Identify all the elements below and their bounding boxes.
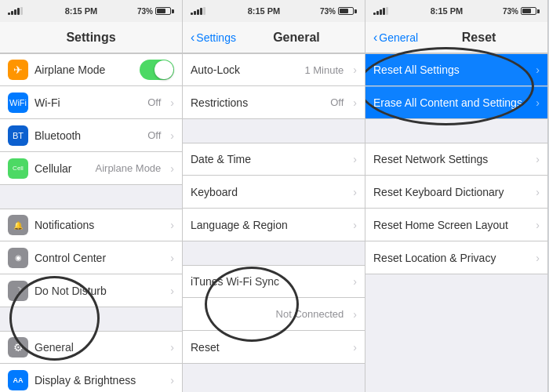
reset-location-label: Reset Location & Privacy: [373, 252, 529, 264]
signal-left-1: [8, 7, 31, 15]
reset-home-screen-label: Reset Home Screen Layout: [373, 219, 529, 231]
cellular-icon: Cell: [8, 158, 28, 179]
item-itunes-sync[interactable]: iTunes Wi-Fi Sync ›: [183, 265, 365, 298]
status-right-3: 73%: [496, 7, 540, 16]
battery-icon-3: [521, 7, 540, 15]
reset-label: Reset: [191, 341, 347, 354]
item-bluetooth[interactable]: BT Bluetooth Off ›: [0, 119, 182, 152]
notifications-chevron: ›: [170, 219, 174, 231]
item-wifi[interactable]: WiFi Wi-Fi Off ›: [0, 86, 182, 119]
item-general[interactable]: ⚙ General ›: [0, 331, 182, 364]
reset-all-settings-label: Reset All Settings: [373, 64, 529, 76]
item-reset-all-settings[interactable]: Reset All Settings ›: [365, 53, 547, 86]
date-time-chevron: ›: [353, 153, 357, 165]
section-group-2-3: iTunes Wi-Fi Sync › Not Connected › Rese…: [183, 265, 365, 364]
item-keyboard[interactable]: Keyboard ›: [183, 176, 365, 209]
section-group-3-2: Reset Network Settings › Reset Keyboard …: [365, 143, 547, 274]
not-connected-value: Not Connected: [276, 308, 344, 320]
settings-panel: 8:15 PM 73% Settings ✈ Airplane Mode WiF…: [0, 0, 183, 392]
item-not-connected[interactable]: Not Connected ›: [183, 298, 365, 331]
keyboard-chevron: ›: [353, 186, 357, 198]
nav-back-2[interactable]: ‹ Settings: [191, 31, 236, 45]
bluetooth-chevron: ›: [170, 129, 174, 142]
battery-icon-1: [155, 7, 174, 15]
item-restrictions[interactable]: Restrictions Off ›: [183, 86, 365, 119]
item-reset-location[interactable]: Reset Location & Privacy ›: [365, 241, 547, 274]
itunes-sync-label: iTunes Wi-Fi Sync: [191, 275, 347, 288]
nav-back-3[interactable]: ‹ General: [373, 31, 418, 45]
item-autolock[interactable]: Auto-Lock 1 Minute ›: [183, 53, 365, 86]
restrictions-chevron: ›: [353, 96, 357, 109]
notifications-label: Notifications: [35, 219, 164, 231]
item-reset-network[interactable]: Reset Network Settings ›: [365, 143, 547, 176]
section-group-2-1: Auto-Lock 1 Minute › Restrictions Off ›: [183, 53, 365, 119]
control-center-icon: ◉: [8, 248, 28, 268]
display-icon: AA: [8, 370, 28, 390]
wifi-value: Off: [147, 96, 161, 108]
airplane-icon: ✈: [8, 60, 28, 80]
disturb-chevron: ›: [170, 285, 174, 297]
bluetooth-label: Bluetooth: [35, 129, 141, 142]
general-chevron: ›: [170, 341, 174, 354]
reset-keyboard-chevron: ›: [536, 186, 540, 198]
autolock-chevron: ›: [353, 64, 357, 76]
cellular-label: Cellular: [35, 162, 89, 175]
autolock-value: 1 Minute: [304, 64, 344, 76]
nav-title-1: Settings: [8, 31, 174, 45]
sep-2-1: [183, 119, 365, 143]
item-reset-keyboard[interactable]: Reset Keyboard Dictionary ›: [365, 176, 547, 209]
nav-bar-3: ‹ General Reset: [365, 22, 547, 53]
battery-percent-3: 73%: [503, 7, 518, 16]
airplane-toggle[interactable]: [140, 60, 174, 80]
time-2: 8:15 PM: [214, 6, 314, 16]
nav-bar-1: Settings: [0, 22, 182, 53]
status-right-1: 73%: [131, 7, 174, 16]
item-do-not-disturb[interactable]: ☽ Do Not Disturb ›: [0, 274, 182, 307]
item-reset-home-screen[interactable]: Reset Home Screen Layout ›: [365, 209, 547, 241]
reset-all-chevron: ›: [536, 64, 540, 76]
display-chevron: ›: [170, 374, 174, 387]
bluetooth-value: Off: [147, 129, 161, 141]
reset-chevron: ›: [353, 341, 357, 354]
back-chevron-2: ‹: [191, 31, 195, 45]
item-cellular[interactable]: Cell Cellular Airplane Mode ›: [0, 152, 182, 185]
item-control-center[interactable]: ◉ Control Center ›: [0, 241, 182, 274]
sep-1-2: [0, 307, 182, 331]
wifi-icon: WiFi: [8, 93, 28, 113]
status-bar-3: 8:15 PM 73%: [365, 0, 547, 22]
sep-2-2: [183, 241, 365, 265]
signal-left-3: [373, 7, 397, 15]
section-group-3-1: Reset All Settings › Erase All Content a…: [365, 53, 547, 119]
item-notifications[interactable]: 🔔 Notifications ›: [0, 209, 182, 241]
sep-1-1: [0, 185, 182, 209]
reset-list: Reset All Settings › Erase All Content a…: [365, 53, 547, 392]
control-center-label: Control Center: [35, 252, 164, 264]
item-language[interactable]: Language & Region ›: [183, 209, 365, 241]
item-reset[interactable]: Reset ›: [183, 331, 365, 364]
reset-keyboard-label: Reset Keyboard Dictionary: [373, 186, 529, 198]
disturb-icon: ☽: [8, 281, 28, 301]
general-list: Auto-Lock 1 Minute › Restrictions Off › …: [183, 53, 365, 392]
autolock-label: Auto-Lock: [191, 64, 298, 76]
item-erase-all-content[interactable]: Erase All Content and Settings ›: [365, 86, 547, 119]
wifi-chevron: ›: [170, 96, 174, 109]
item-date-time[interactable]: Date & Time ›: [183, 143, 365, 176]
reset-home-screen-chevron: ›: [536, 219, 540, 231]
status-bar-1: 8:15 PM 73%: [0, 0, 182, 22]
item-display[interactable]: AA Display & Brightness ›: [0, 364, 182, 392]
reset-panel: 8:15 PM 73% ‹ General Reset Reset All Se…: [365, 0, 548, 392]
item-airplane-mode[interactable]: ✈ Airplane Mode: [0, 53, 182, 86]
section-group-2-2: Date & Time › Keyboard › Language & Regi…: [183, 143, 365, 241]
bluetooth-icon: BT: [8, 125, 28, 146]
cellular-chevron: ›: [170, 162, 174, 175]
notifications-icon: 🔔: [8, 215, 28, 235]
restrictions-label: Restrictions: [191, 96, 324, 109]
reset-network-label: Reset Network Settings: [373, 153, 529, 165]
section-group-1-1: ✈ Airplane Mode WiFi Wi-Fi Off › BT Blue…: [0, 53, 182, 185]
signal-left-2: [191, 7, 214, 15]
battery-percent-2: 73%: [320, 7, 336, 16]
general-icon: ⚙: [8, 337, 28, 358]
general-panel: 8:15 PM 73% ‹ Settings General Auto-Lock…: [183, 0, 365, 392]
general-label: General: [35, 341, 164, 354]
time-3: 8:15 PM: [397, 6, 496, 16]
